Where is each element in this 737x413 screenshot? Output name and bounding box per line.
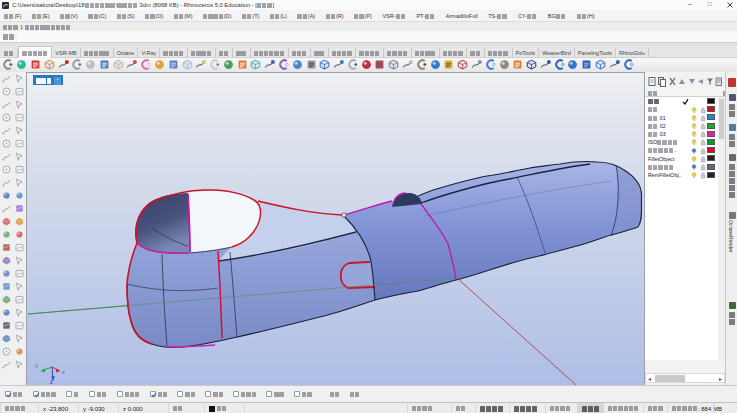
svg-text:x: x — [62, 369, 65, 375]
svg-text:z: z — [50, 378, 53, 385]
svg-text:y: y — [35, 362, 38, 368]
